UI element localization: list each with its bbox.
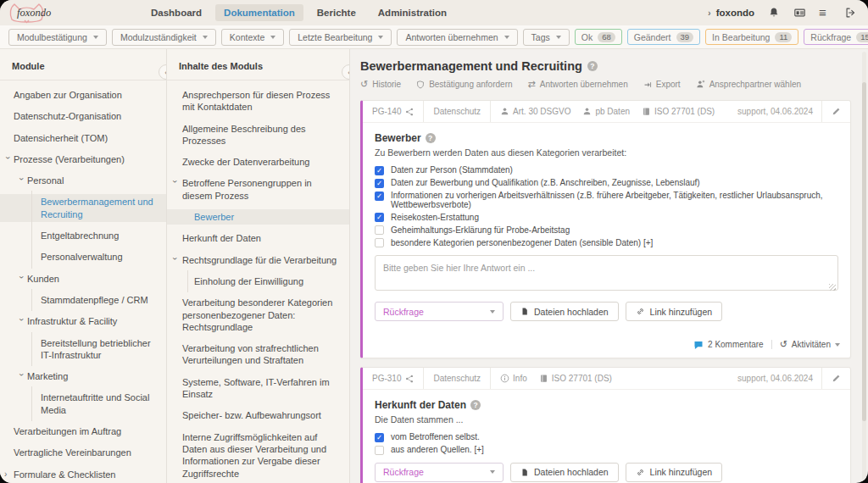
checkbox-checked-icon[interactable]	[375, 192, 384, 201]
module-item-internetauftritte[interactable]: Internetauftritte und Social Media	[0, 390, 166, 418]
main-scrollbar[interactable]	[862, 52, 866, 480]
module-item-infrastruktur[interactable]: Infrastruktur & Facility	[0, 314, 166, 329]
tag-iso-27701[interactable]: ISO 27701 (DS)	[642, 107, 715, 116]
content-item-allgemeine-beschreibung[interactable]: Allgemeine Beschreibung des Prozesses	[167, 121, 349, 149]
brand-logo[interactable]: foxondo	[7, 2, 108, 24]
module-item-stammdatenpflege[interactable]: Stammdatenpflege / CRM	[0, 292, 166, 308]
filter-tags[interactable]: Tags	[523, 29, 570, 46]
module-item-kunden[interactable]: Kunden	[0, 271, 166, 286]
content-item-besondere-kategorien[interactable]: Verarbeitung besonderer Kategorien perso…	[167, 295, 349, 335]
status-badge-ok[interactable]: Ok68	[575, 29, 622, 45]
comments-link[interactable]: 2 Kommentare	[693, 340, 764, 350]
content-item-einholung-einwilligung[interactable]: Einholung der Einwilligung	[167, 274, 349, 289]
antworten-uebernehmen-button[interactable]: Antworten übernehmen	[528, 79, 628, 90]
tag-info[interactable]: Info	[500, 374, 527, 383]
checkbox-checked-icon[interactable]	[375, 179, 384, 188]
rueckfrage-select[interactable]: Rückfrage	[375, 463, 504, 482]
logout-icon[interactable]	[844, 7, 856, 19]
activities-link[interactable]: Aktivitäten	[780, 339, 840, 350]
checkbox-checked-icon[interactable]	[375, 166, 384, 175]
help-icon[interactable]	[587, 61, 598, 71]
content-item-interne-zugriffsmoeglichkeiten[interactable]: Interne Zugriffsmöglichkeiten auf Daten …	[167, 430, 349, 481]
answer-input[interactable]	[375, 255, 838, 291]
content-item-strafrechtliche-verurteilungen[interactable]: Verarbeitung von strafrechtlichen Verurt…	[167, 341, 349, 369]
content-item-herkunft-der-daten[interactable]: Herkunft der Daten	[167, 230, 349, 246]
module-item-datenschutz-organisation[interactable]: Datenschutz-Organisation	[0, 108, 166, 124]
nav-berichte[interactable]: Berichte	[309, 4, 364, 21]
module-item-vertragliche-vereinbarungen[interactable]: Vertragliche Vereinbarungen	[0, 445, 166, 460]
upload-files-button[interactable]: Dateien hochladen	[510, 463, 619, 482]
status-badge-in-bearbeitung[interactable]: In Bearbeitung11	[705, 29, 798, 45]
module-item-bereitstellung-it[interactable]: Bereitstellung betrieblicher IT-Infrastr…	[0, 336, 166, 364]
module-item-personalverwaltung[interactable]: Personalverwaltung	[0, 249, 166, 264]
checkbox-besondere-kategorien[interactable]: besondere Kategorien personenbezogener D…	[375, 238, 838, 248]
checkbox-reisekosten[interactable]: Reisekosten-Erstattung	[375, 213, 838, 223]
checkbox-unchecked-icon[interactable]	[375, 225, 384, 235]
edit-button[interactable]	[821, 101, 850, 122]
checkbox-vorherige-arbeitsverhaeltnisse[interactable]: Informationen zu vorherigen Arbeitsverhä…	[375, 191, 838, 209]
nav-dokumentation[interactable]: Dokumentation	[215, 4, 303, 21]
card-id[interactable]: PG-140	[363, 101, 424, 122]
filter-modulbestaetigung[interactable]: Modulbestätigung	[8, 29, 107, 46]
checkbox-geheimhaltung[interactable]: Geheimhaltungs-Erklärung für Probe-Arbei…	[375, 225, 838, 236]
content-item-speicherort[interactable]: Speicher- bzw. Aufbewahrungsort	[167, 408, 349, 423]
module-item-bewerbermanagement[interactable]: Bewerbermanagement und Recruiting	[0, 194, 166, 222]
module-item-entgeltabrechnung[interactable]: Entgeltabrechnung	[0, 228, 166, 243]
menu-icon[interactable]	[819, 7, 831, 19]
content-item-betroffene-personengruppen[interactable]: Betroffene Personengruppen in diesem Pro…	[167, 175, 349, 203]
status-badge-rueckfrage[interactable]: Rückfrage15	[804, 29, 868, 45]
checkbox-daten-zur-bewerbung[interactable]: Daten zur Bewerbung und Qualifikation (z…	[375, 178, 838, 188]
card-category[interactable]: Datenschutz	[424, 101, 491, 122]
scrollbar-thumb[interactable]	[862, 82, 866, 421]
rueckfrage-select[interactable]: Rückfrage	[375, 302, 504, 321]
nav-administration[interactable]: Administration	[370, 4, 455, 21]
tag-iso-27701[interactable]: ISO 27701 (DS)	[539, 374, 612, 383]
content-item-rechtsgrundlage[interactable]: Rechtsgrundlage für die Verarbeitung	[167, 253, 349, 268]
status-badge-geaendert[interactable]: Geändert39	[627, 29, 700, 45]
checkbox-daten-zur-person[interactable]: Daten zur Person (Stammdaten)	[375, 165, 838, 175]
module-item-datensicherheit[interactable]: Datensicherheit (TOM)	[0, 130, 166, 146]
checkbox-andere-quellen[interactable]: aus anderen Quellen. [+]	[375, 445, 838, 455]
filter-antworten-uebernehmen[interactable]: Antworten übernehmen	[397, 29, 517, 46]
checkbox-unchecked-icon[interactable]	[375, 238, 384, 247]
module-item-prozesse[interactable]: Prozesse (Verarbeitungen)	[0, 152, 166, 167]
nav-dashboard[interactable]: Dashboard	[142, 4, 210, 21]
chevron-down-icon	[378, 36, 383, 39]
tag-pb-daten[interactable]: pb Daten	[582, 107, 630, 116]
tag-art-30-dsgvo[interactable]: Art. 30 DSGVO	[500, 107, 570, 116]
filter-modulzustaendigkeit[interactable]: Modulzuständigkeit	[112, 29, 216, 46]
help-icon[interactable]	[426, 133, 436, 143]
bestaetigung-anfordern-button[interactable]: Bestätigung anfordern	[416, 79, 512, 90]
content-item-zwecke[interactable]: Zwecke der Datenverarbeitung	[167, 154, 349, 169]
history-icon	[780, 339, 787, 350]
resize-handle-icon[interactable]	[829, 284, 836, 291]
add-link-button[interactable]: Link hinzufügen	[626, 463, 723, 482]
chevron-down-icon	[835, 343, 840, 347]
content-item-bewerber[interactable]: Bewerber	[167, 209, 349, 225]
content-item-systeme-software[interactable]: Systeme, Software, IT-Verfahren im Einsa…	[167, 375, 349, 402]
module-item-marketing[interactable]: Marketing	[0, 369, 166, 384]
id-card-icon[interactable]	[793, 7, 805, 19]
edit-button[interactable]	[821, 368, 850, 389]
export-button[interactable]: Export	[643, 79, 681, 90]
filter-letzte-bearbeitung[interactable]: Letzte Bearbeitung	[289, 29, 392, 46]
upload-files-button[interactable]: Dateien hochladen	[510, 302, 619, 321]
add-link-button[interactable]: Link hinzufügen	[626, 302, 723, 321]
module-item-angaben-organisation[interactable]: Angaben zur Organisation	[0, 87, 166, 103]
module-item-verarbeitungen-auftrag[interactable]: Verarbeitungen im Auftrag	[0, 424, 166, 439]
org-switcher[interactable]: foxondo	[708, 8, 754, 18]
card-id[interactable]: PG-310	[363, 368, 424, 389]
help-icon[interactable]	[470, 400, 481, 410]
checkbox-unchecked-icon[interactable]	[375, 446, 384, 455]
bell-icon[interactable]	[768, 7, 780, 19]
card-category[interactable]: Datenschutz	[424, 368, 491, 389]
ansprechpartner-waehlen-button[interactable]: Ansprechpartner wählen	[696, 79, 801, 90]
filter-kontexte[interactable]: Kontexte	[221, 29, 284, 46]
module-item-personal[interactable]: Personal	[0, 173, 166, 188]
checkbox-checked-icon[interactable]	[375, 433, 384, 442]
checkbox-vom-betroffenen[interactable]: vom Betroffenen selbst.	[375, 432, 838, 442]
historie-button[interactable]: Historie	[360, 79, 401, 90]
checkbox-checked-icon[interactable]	[375, 213, 384, 222]
module-item-formulare-checklisten[interactable]: Formulare & Checklisten	[0, 467, 166, 482]
content-item-ansprechperson[interactable]: Ansprechperson für diesen Prozess mit Ko…	[167, 87, 349, 115]
